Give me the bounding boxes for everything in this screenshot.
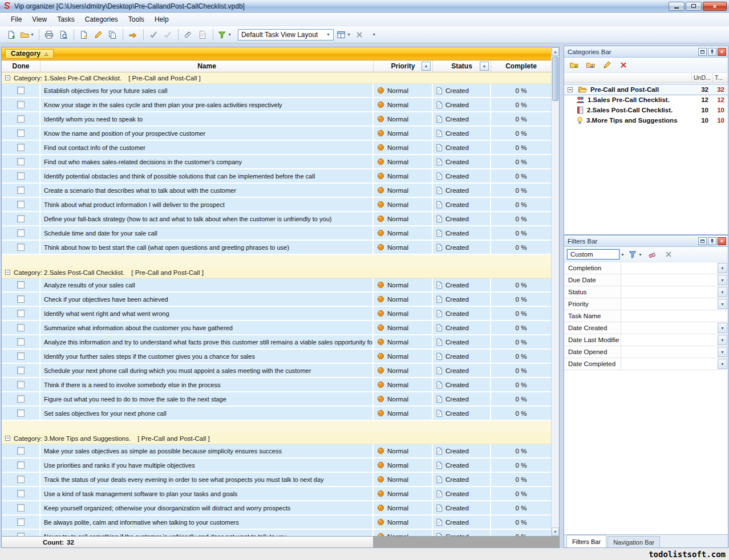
collapse-icon[interactable]: − bbox=[568, 87, 573, 92]
column-header-done[interactable]: Done bbox=[2, 60, 40, 72]
done-checkbox[interactable] bbox=[17, 476, 25, 483]
task-priority-cell[interactable]: Normal bbox=[374, 487, 433, 501]
menu-tools[interactable]: Tools bbox=[123, 14, 149, 25]
task-status-cell[interactable]: Created bbox=[433, 141, 491, 155]
task-priority-cell[interactable]: Normal bbox=[374, 501, 433, 516]
task-name-cell[interactable]: Analyze results of your sales call bbox=[40, 278, 374, 293]
menu-categories[interactable]: Categories bbox=[80, 14, 123, 25]
done-checkbox[interactable] bbox=[17, 352, 25, 360]
open-menu-button[interactable]: ▼ bbox=[19, 29, 35, 41]
done-checkbox[interactable] bbox=[17, 367, 25, 374]
task-status-cell[interactable]: Created bbox=[433, 487, 491, 501]
done-checkbox[interactable] bbox=[17, 504, 25, 512]
group-header[interactable]: − Category: 1.Sales Pre-Call Checklist. … bbox=[2, 72, 559, 84]
done-checkbox[interactable] bbox=[17, 186, 25, 194]
task-name-cell[interactable]: Find out contact info of the customer bbox=[40, 141, 374, 155]
scroll-up-icon[interactable]: ▲ bbox=[552, 47, 559, 56]
minimize-button[interactable] bbox=[669, 2, 685, 11]
chevron-down-icon[interactable]: ▼ bbox=[621, 253, 625, 257]
task-priority-cell[interactable]: Normal bbox=[374, 98, 433, 112]
task-priority-cell[interactable]: Normal bbox=[374, 212, 433, 226]
chevron-down-icon[interactable]: ▼ bbox=[718, 263, 727, 273]
task-name-cell[interactable]: Think if there is a need to involve some… bbox=[40, 378, 374, 392]
task-status-cell[interactable]: Created bbox=[433, 212, 491, 226]
task-name-cell[interactable]: Set sales objectives for your next phone… bbox=[40, 407, 374, 421]
task-priority-cell[interactable]: Normal bbox=[374, 378, 433, 392]
task-status-cell[interactable]: Created bbox=[433, 184, 491, 198]
filter-value-field[interactable] bbox=[621, 274, 717, 286]
task-priority-cell[interactable]: Normal bbox=[374, 198, 433, 212]
attachments-button[interactable] bbox=[181, 29, 195, 41]
filter-preset-combo[interactable]: Custom bbox=[567, 249, 619, 259]
filter-value-field[interactable] bbox=[621, 334, 717, 346]
category-tree-item[interactable]: 2.Sales Post-Call Checklist. 10 10 bbox=[564, 105, 728, 115]
undock-panel-button[interactable] bbox=[698, 237, 707, 245]
mark-undone-button[interactable] bbox=[161, 29, 175, 41]
task-status-cell[interactable]: Created bbox=[433, 392, 491, 407]
undock-panel-button[interactable] bbox=[698, 48, 707, 56]
task-priority-cell[interactable]: Normal bbox=[374, 350, 433, 364]
task-priority-cell[interactable]: Normal bbox=[374, 226, 433, 241]
grouping-field-category[interactable]: Category △ bbox=[5, 49, 54, 59]
done-checkbox[interactable] bbox=[17, 129, 25, 137]
done-checkbox[interactable] bbox=[17, 409, 25, 417]
done-checkbox[interactable] bbox=[17, 295, 25, 303]
menu-view[interactable]: View bbox=[27, 14, 52, 25]
close-panel-button[interactable]: × bbox=[718, 237, 726, 245]
done-checkbox[interactable] bbox=[17, 172, 25, 180]
filter-value-field[interactable] bbox=[621, 298, 717, 310]
task-status-cell[interactable]: Created bbox=[433, 307, 491, 321]
group-header[interactable]: − Category: 2.Sales Post-Call Checklist.… bbox=[2, 267, 559, 278]
task-name-cell[interactable]: Establish objectives for your future sal… bbox=[40, 84, 374, 98]
delete-layout-button[interactable] bbox=[353, 29, 366, 41]
filter-value-field[interactable] bbox=[621, 286, 717, 298]
erase-filter-button[interactable] bbox=[646, 248, 659, 261]
print-button[interactable] bbox=[42, 29, 56, 41]
task-priority-cell[interactable]: Normal bbox=[374, 335, 433, 350]
site-link[interactable]: todolistsoft.com bbox=[649, 550, 726, 559]
close-panel-button[interactable]: × bbox=[718, 48, 726, 56]
task-priority-cell[interactable]: Normal bbox=[374, 112, 433, 127]
new-task-button[interactable] bbox=[77, 29, 91, 41]
chevron-down-icon[interactable]: ▼ bbox=[718, 275, 727, 285]
delete-category-button[interactable] bbox=[617, 59, 630, 71]
task-priority-cell[interactable]: Normal bbox=[374, 241, 433, 255]
edit-task-button[interactable] bbox=[91, 29, 105, 41]
task-name-cell[interactable]: Find out who makes sales-related decisio… bbox=[40, 155, 374, 169]
filter-value-field[interactable] bbox=[621, 322, 717, 334]
task-view-layout-combo[interactable]: Default Task View Layout ▼ bbox=[238, 29, 334, 40]
maximize-button[interactable] bbox=[686, 2, 702, 11]
task-status-cell[interactable]: Created bbox=[433, 350, 491, 364]
task-priority-cell[interactable]: Normal bbox=[374, 127, 433, 141]
done-checkbox[interactable] bbox=[17, 144, 25, 151]
task-name-cell[interactable]: Define your fall-back strategy (how to a… bbox=[40, 212, 374, 226]
vertical-scrollbar[interactable]: ▲ ▼ bbox=[551, 47, 559, 536]
done-checkbox[interactable] bbox=[17, 101, 25, 108]
chevron-down-icon[interactable]: ▼ bbox=[718, 359, 727, 369]
task-name-cell[interactable]: Know the name and position of your prosp… bbox=[40, 127, 374, 141]
chevron-down-icon[interactable]: ▼ bbox=[718, 299, 727, 309]
filter-value-field[interactable] bbox=[621, 310, 728, 322]
task-priority-cell[interactable]: Normal bbox=[374, 444, 433, 458]
task-priority-cell[interactable]: Normal bbox=[374, 516, 433, 530]
done-checkbox[interactable] bbox=[17, 281, 25, 289]
total-column-header[interactable]: T... bbox=[713, 73, 728, 82]
task-name-cell[interactable]: Know your stage in the sales cycle and t… bbox=[40, 98, 374, 112]
menu-tasks[interactable]: Tasks bbox=[52, 14, 80, 25]
done-checkbox[interactable] bbox=[17, 229, 25, 237]
task-status-cell[interactable]: Created bbox=[433, 407, 491, 421]
task-priority-cell[interactable]: Normal bbox=[374, 141, 433, 155]
task-name-cell[interactable]: Identify your further sales steps if the… bbox=[40, 350, 374, 364]
task-status-cell[interactable]: Created bbox=[433, 84, 491, 98]
scroll-down-icon[interactable]: ▼ bbox=[552, 527, 559, 536]
task-status-cell[interactable]: Created bbox=[433, 198, 491, 212]
layout-menu-button[interactable]: ▼ bbox=[335, 29, 352, 41]
delete-filter-button[interactable] bbox=[662, 248, 675, 261]
notes-button[interactable] bbox=[196, 29, 209, 41]
task-status-cell[interactable]: Created bbox=[433, 241, 491, 255]
pin-panel-button[interactable] bbox=[708, 237, 716, 245]
task-priority-cell[interactable]: Normal bbox=[374, 278, 433, 293]
tab-navigation-bar[interactable]: Navigation Bar bbox=[608, 536, 660, 547]
task-name-cell[interactable]: Schedule time and date for your sale cal… bbox=[40, 226, 374, 241]
task-priority-cell[interactable]: Normal bbox=[374, 407, 433, 421]
